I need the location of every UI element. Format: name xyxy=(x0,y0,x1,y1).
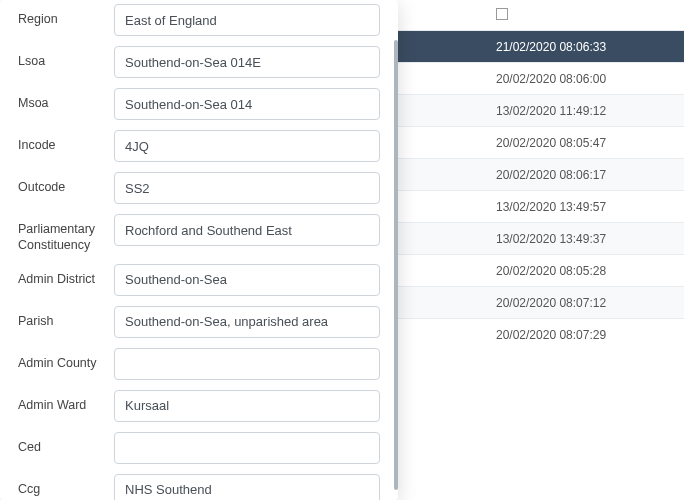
row-date: 13/02/2020 11:49:12 xyxy=(484,104,684,118)
ccg-input[interactable] xyxy=(114,474,380,501)
row-date: 13/02/2020 13:49:57 xyxy=(484,200,684,214)
district-label: Admin District xyxy=(18,264,114,287)
row-date: 21/02/2020 08:06:33 xyxy=(484,40,684,54)
district-input[interactable] xyxy=(114,264,380,296)
row-date: 13/02/2020 13:49:37 xyxy=(484,232,684,246)
constituency-label: Parliamentary Constituency xyxy=(18,214,114,254)
constituency-input[interactable] xyxy=(114,214,380,246)
msoa-input[interactable] xyxy=(114,88,380,120)
edit-modal: Region Lsoa Msoa Incode Outcode Parliame… xyxy=(0,0,398,500)
outcode-input[interactable] xyxy=(114,172,380,204)
parish-label: Parish xyxy=(18,306,114,329)
county-input[interactable] xyxy=(114,348,380,380)
parish-input[interactable] xyxy=(114,306,380,338)
county-label: Admin County xyxy=(18,348,114,371)
row-date: 20/02/2020 08:06:17 xyxy=(484,168,684,182)
ced-label: Ced xyxy=(18,432,114,455)
row-date: 20/02/2020 08:05:28 xyxy=(484,264,684,278)
scrollbar[interactable] xyxy=(394,40,398,490)
incode-input[interactable] xyxy=(114,130,380,162)
ward-input[interactable] xyxy=(114,390,380,422)
lsoa-label: Lsoa xyxy=(18,46,114,69)
ward-label: Admin Ward xyxy=(18,390,114,413)
region-input[interactable] xyxy=(114,4,380,36)
lsoa-input[interactable] xyxy=(114,46,380,78)
row-date: 20/02/2020 08:07:12 xyxy=(484,296,684,310)
outcode-label: Outcode xyxy=(18,172,114,195)
row-date: 20/02/2020 08:05:47 xyxy=(484,136,684,150)
region-label: Region xyxy=(18,4,114,27)
ccg-label: Ccg xyxy=(18,474,114,497)
ced-input[interactable] xyxy=(114,432,380,464)
msoa-label: Msoa xyxy=(18,88,114,111)
checkbox-icon[interactable] xyxy=(496,8,508,20)
row-date: 20/02/2020 08:06:00 xyxy=(484,72,684,86)
row-date: 20/02/2020 08:07:29 xyxy=(484,328,684,342)
incode-label: Incode xyxy=(18,130,114,153)
